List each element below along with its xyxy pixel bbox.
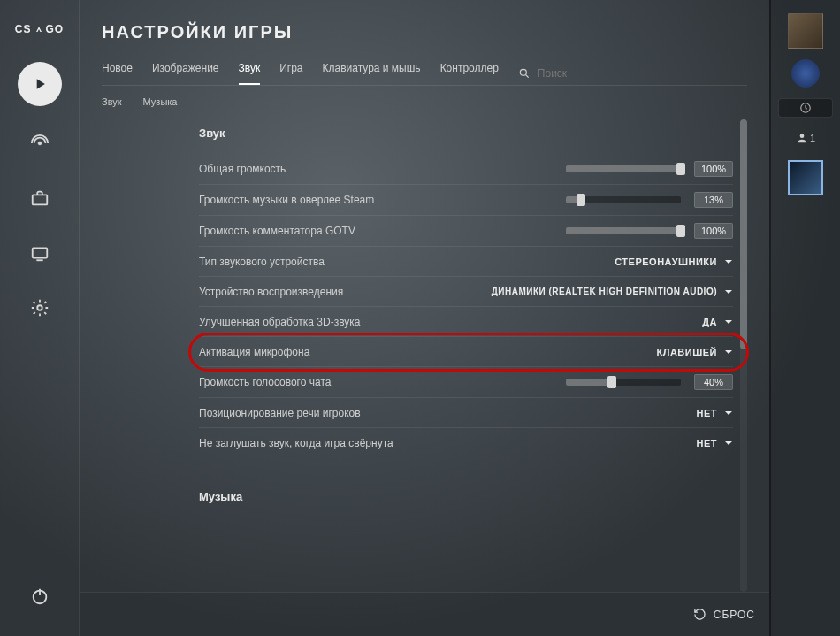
row-master-volume: Общая громкость 100% bbox=[199, 154, 733, 185]
search-icon bbox=[518, 67, 531, 80]
slider-voice-chat[interactable] bbox=[566, 379, 681, 386]
inventory-button[interactable] bbox=[22, 180, 57, 216]
chevron-down-icon bbox=[724, 348, 733, 356]
setting-label: Позиционирование речи игроков bbox=[199, 407, 361, 419]
chevron-down-icon bbox=[724, 257, 733, 266]
value-voice-chat[interactable]: 40% bbox=[694, 374, 733, 390]
reset-label: СБРОС bbox=[714, 609, 755, 621]
row-output-device: Устройство воспроизведения ДИНАМИКИ (REA… bbox=[199, 277, 733, 307]
person-icon bbox=[796, 132, 808, 144]
dropdown-value: СТЕРЕОНАУШНИКИ bbox=[615, 257, 717, 267]
dropdown-3d-audio[interactable]: ДА bbox=[702, 317, 733, 327]
row-voice-chat-volume: Громкость голосового чата 40% bbox=[199, 367, 733, 398]
slider-steam-music[interactable] bbox=[566, 196, 681, 203]
settings-footer: СБРОС bbox=[80, 592, 769, 636]
setting-label: Громкость комментатора GOTV bbox=[199, 225, 355, 237]
scrollbar[interactable] bbox=[740, 119, 747, 592]
logo-right: GO bbox=[46, 23, 65, 35]
tab-game[interactable]: Игра bbox=[279, 62, 302, 85]
settings-tabs: Новое Изображение Звук Игра Клавиатура и… bbox=[102, 62, 747, 85]
row-audio-device-type: Тип звукового устройства СТЕРЕОНАУШНИКИ bbox=[199, 247, 733, 277]
slider-master-volume[interactable] bbox=[566, 165, 681, 172]
watch-button[interactable] bbox=[22, 235, 57, 271]
history-button[interactable] bbox=[778, 98, 833, 118]
page-title: НАСТРОЙКИ ИГРЫ bbox=[102, 22, 747, 42]
clock-icon bbox=[799, 102, 812, 114]
briefcase-icon bbox=[30, 188, 50, 208]
svg-point-3 bbox=[37, 305, 42, 310]
section-music-title: Музыка bbox=[199, 490, 733, 503]
settings-content: Звук Общая громкость 100% Громкость музы… bbox=[102, 119, 740, 592]
setting-label: Устройство воспроизведения bbox=[199, 286, 343, 298]
logo-left: CS bbox=[15, 23, 32, 35]
reset-button[interactable]: СБРОС bbox=[693, 608, 755, 621]
logo-sep-icon bbox=[34, 22, 44, 35]
power-button[interactable] bbox=[22, 579, 57, 614]
tab-display[interactable]: Изображение bbox=[152, 62, 219, 85]
setting-label: Громкость голосового чата bbox=[199, 376, 331, 388]
dropdown-value: НЕТ bbox=[697, 438, 718, 448]
tab-new[interactable]: Новое bbox=[102, 62, 133, 85]
chevron-down-icon bbox=[724, 439, 733, 448]
tab-sound[interactable]: Звук bbox=[239, 62, 261, 85]
row-3d-audio: Улучшенная обработка 3D-звука ДА bbox=[199, 307, 733, 337]
svg-point-0 bbox=[38, 142, 42, 145]
tabs-divider bbox=[102, 85, 747, 86]
friends-count-label: 1 bbox=[810, 133, 815, 143]
section-sound-title: Звук bbox=[199, 126, 733, 140]
dropdown-audio-device-type[interactable]: СТЕРЕОНАУШНИКИ bbox=[615, 257, 733, 267]
friends-count[interactable]: 1 bbox=[796, 132, 815, 144]
content-wrap: Звук Общая громкость 100% Громкость музы… bbox=[102, 119, 747, 636]
tab-controller[interactable]: Контроллер bbox=[440, 62, 499, 85]
play-icon bbox=[31, 75, 49, 93]
svg-point-5 bbox=[520, 69, 526, 75]
dropdown-value: ДА bbox=[702, 317, 717, 327]
dropdown-mic-activation[interactable]: КЛАВИШЕЙ bbox=[656, 347, 733, 357]
setting-label: Общая громкость bbox=[199, 163, 286, 175]
svg-rect-2 bbox=[32, 249, 47, 258]
dropdown-output-device[interactable]: ДИНАМИКИ (REALTEK HIGH DEFINITION AUDIO) bbox=[492, 287, 733, 296]
antenna-icon bbox=[30, 134, 50, 153]
scrollbar-thumb[interactable] bbox=[740, 119, 747, 349]
row-mic-activation: Активация микрофона КЛАВИШЕЙ bbox=[199, 337, 733, 367]
value-steam-music[interactable]: 13% bbox=[694, 192, 733, 208]
play-button[interactable] bbox=[18, 62, 62, 106]
row-mute-minimized: Не заглушать звук, когда игра свёрнута Н… bbox=[199, 428, 733, 458]
sound-subtabs: Звук Музыка bbox=[102, 96, 747, 107]
setting-label: Громкость музыки в оверлее Steam bbox=[199, 194, 374, 206]
search-input[interactable] bbox=[538, 67, 591, 80]
subtab-music[interactable]: Музыка bbox=[143, 96, 178, 107]
value-master-volume[interactable]: 100% bbox=[694, 161, 733, 177]
broadcast-button[interactable] bbox=[22, 126, 57, 161]
friend-avatar[interactable] bbox=[788, 160, 823, 195]
main-panel: НАСТРОЙКИ ИГРЫ Новое Изображение Звук Иг… bbox=[80, 0, 769, 636]
power-icon bbox=[30, 586, 50, 606]
row-steam-music-volume: Громкость музыки в оверлее Steam 13% bbox=[199, 185, 733, 216]
rank-badge[interactable] bbox=[791, 59, 820, 88]
right-rail: 1 bbox=[769, 0, 840, 636]
chevron-down-icon bbox=[724, 318, 733, 326]
setting-label: Активация микрофона bbox=[199, 346, 309, 358]
dropdown-value: ДИНАМИКИ (REALTEK HIGH DEFINITION AUDIO) bbox=[492, 287, 717, 296]
setting-label: Улучшенная обработка 3D-звука bbox=[199, 316, 360, 328]
player-avatar[interactable] bbox=[788, 13, 823, 49]
chevron-down-icon bbox=[724, 409, 733, 418]
setting-label: Тип звукового устройства bbox=[199, 256, 325, 268]
svg-rect-1 bbox=[32, 195, 47, 204]
subtab-sound[interactable]: Звук bbox=[102, 96, 122, 107]
slider-gotv[interactable] bbox=[566, 227, 681, 234]
dropdown-value: КЛАВИШЕЙ bbox=[656, 347, 717, 357]
gear-icon bbox=[30, 298, 50, 318]
settings-search[interactable] bbox=[518, 67, 591, 80]
dropdown-value: НЕТ bbox=[697, 408, 718, 418]
value-gotv[interactable]: 100% bbox=[694, 223, 733, 239]
history-icon bbox=[693, 608, 706, 621]
row-gotv-volume: Громкость комментатора GOTV 100% bbox=[199, 216, 733, 247]
settings-button[interactable] bbox=[22, 290, 57, 326]
dropdown-voice-positioning[interactable]: НЕТ bbox=[697, 408, 734, 418]
dropdown-mute-minimized[interactable]: НЕТ bbox=[697, 438, 734, 448]
tab-keyboard[interactable]: Клавиатура и мышь bbox=[323, 62, 421, 85]
app-logo: CS GO bbox=[15, 22, 64, 35]
setting-label: Не заглушать звук, когда игра свёрнута bbox=[199, 437, 393, 449]
left-sidebar: CS GO bbox=[0, 0, 80, 636]
